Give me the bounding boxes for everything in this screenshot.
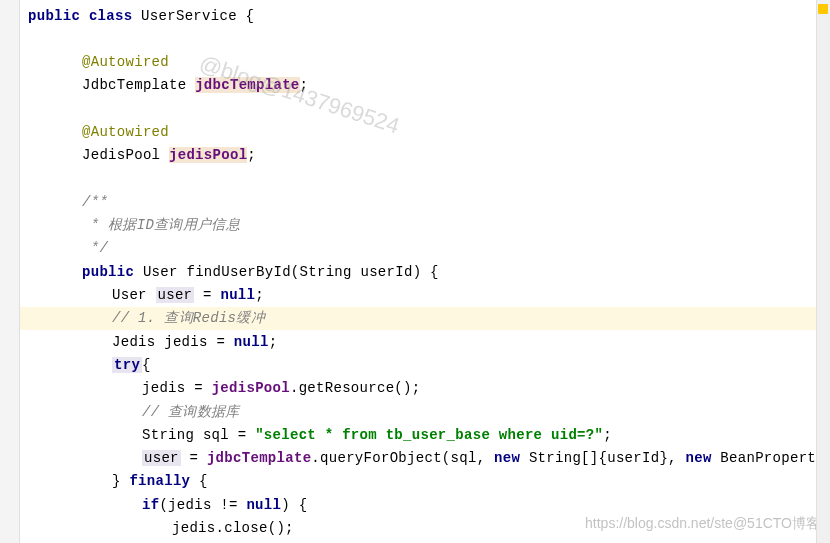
code-line[interactable]: JdbcTemplate jdbcTemplate; [20,74,830,97]
semicolon: ; [603,427,612,443]
variable: user [156,287,195,303]
javadoc: * 根据ID查询用户信息 [82,217,240,233]
null: null [246,497,281,513]
type: String [142,427,203,443]
variable: sql [203,427,229,443]
null: null [234,334,269,350]
type: Jedis [112,334,164,350]
equals: = [208,334,234,350]
blank-line[interactable] [20,27,830,50]
variable: user [142,450,181,466]
blank-line[interactable] [20,97,830,120]
code-line[interactable]: Jedis jedis = null; [20,330,830,353]
field-ref: jdbcTemplate [207,450,311,466]
type: JdbcTemplate [82,77,195,93]
keyword-new: new [494,450,520,466]
method-call: jedis.close(); [172,520,294,536]
code-area[interactable]: public class UserService { @Autowired Jd… [20,0,830,543]
field-ref: jedisPool [212,380,290,396]
code-line[interactable]: public class UserService { [20,4,830,27]
code-line[interactable]: String sql = "select * from tb_user_base… [20,423,830,446]
scrollbar-track[interactable] [816,0,830,543]
field: jedisPool [169,147,247,163]
semicolon: ; [269,334,278,350]
string: "select * from tb_user_base where uid=?" [255,427,603,443]
keyword: public class [28,8,132,24]
comment: // 查询数据库 [142,404,240,420]
brace: } [112,473,129,489]
keyword: public [82,264,134,280]
code-line-highlighted[interactable]: // 1. 查询Redis缓冲 [20,307,830,330]
code-line[interactable]: public User findUserById(String userId) … [20,260,830,283]
code-line[interactable]: * 根据ID查询用户信息 [20,214,830,237]
annotation: @Autowired [82,124,169,140]
code-line[interactable]: jedis = jedisPool.getResource(); [20,377,830,400]
semicolon: ; [300,77,309,93]
code-line[interactable]: @Autowired [20,120,830,143]
semicolon: ; [247,147,256,163]
semicolon: ; [255,287,264,303]
code-line[interactable]: */ [20,237,830,260]
class-ref: BeanPropertyRowMapper<>(U [712,450,830,466]
code-line[interactable]: } finally { [20,470,830,493]
brace: { [142,357,151,373]
equals: = [181,450,207,466]
brace: { [190,473,207,489]
method-call: .getResource(); [290,380,421,396]
code-line[interactable]: try{ [20,353,830,376]
array: String[]{userId}, [520,450,685,466]
method-name: findUserById [186,264,290,280]
javadoc: */ [82,240,108,256]
type: User [112,287,156,303]
equals: = [186,380,212,396]
gutter [0,0,20,543]
code-line[interactable]: // 查询数据库 [20,400,830,423]
code-line[interactable]: @Autowired [20,51,830,74]
variable: jedis [142,380,186,396]
equals: = [194,287,220,303]
warning-marker-icon[interactable] [818,4,828,14]
editor-container: public class UserService { @Autowired Jd… [0,0,830,543]
annotation: @Autowired [82,54,169,70]
type: JedisPool [82,147,169,163]
comment: // 1. 查询Redis缓冲 [112,310,265,326]
method-call: .queryForObject(sql, [311,450,494,466]
code-line[interactable]: if(jedis != null) { [20,493,830,516]
blank-line[interactable] [20,167,830,190]
code-line[interactable]: user = jdbcTemplate.queryForObject(sql, … [20,447,830,470]
code-line[interactable]: User user = null; [20,284,830,307]
code-line[interactable]: jedis.close(); [20,517,830,540]
return-type: User [134,264,186,280]
keyword-finally: finally [129,473,190,489]
params: (String userId) { [291,264,439,280]
condition: (jedis != [159,497,246,513]
variable: jedis [164,334,208,350]
code-line[interactable]: JedisPool jedisPool; [20,144,830,167]
condition: ) { [281,497,307,513]
keyword-new: new [686,450,712,466]
javadoc: /** [82,194,108,210]
keyword-try: try [112,357,142,373]
equals: = [229,427,255,443]
null: null [220,287,255,303]
keyword-if: if [142,497,159,513]
code-line[interactable]: /** [20,190,830,213]
field: jdbcTemplate [195,77,299,93]
class-name: UserService { [132,8,254,24]
